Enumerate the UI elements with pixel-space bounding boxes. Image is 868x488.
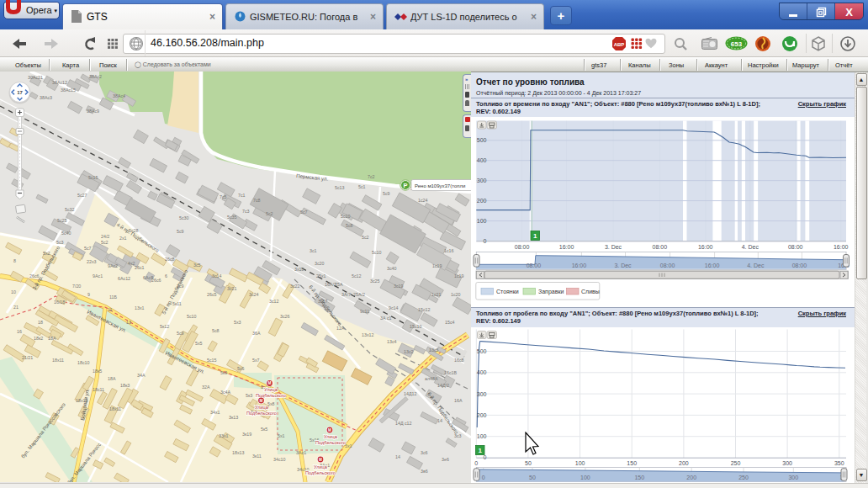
svg-text:15с12: 15с12 bbox=[418, 307, 430, 312]
svg-text:25х1: 25х1 bbox=[316, 273, 326, 278]
svg-text:M: M bbox=[328, 428, 331, 432]
svg-text:3с1: 3с1 bbox=[310, 248, 317, 253]
svg-text:5с8: 5с8 bbox=[346, 223, 353, 228]
svg-text:7с3: 7с3 bbox=[242, 209, 250, 214]
svg-text:5с13: 5с13 bbox=[335, 185, 345, 190]
svg-text:36А: 36А bbox=[252, 331, 261, 336]
svg-text:M: M bbox=[319, 458, 322, 462]
svg-text:3к11: 3к11 bbox=[252, 454, 262, 459]
svg-text:8: 8 bbox=[13, 258, 16, 263]
svg-text:Подбельского: Подбельского bbox=[315, 440, 346, 445]
svg-text:17: 17 bbox=[17, 90, 23, 95]
svg-text:18с10: 18с10 bbox=[77, 360, 89, 365]
svg-text:5х1: 5х1 bbox=[278, 433, 285, 438]
svg-text:5х5: 5х5 bbox=[195, 341, 203, 346]
svg-text:6Ас12: 6Ас12 bbox=[118, 276, 130, 281]
svg-text:14: 14 bbox=[437, 418, 442, 423]
svg-text:Подбельского: Подбельского bbox=[256, 393, 286, 398]
svg-text:0: 0 bbox=[482, 475, 485, 480]
svg-text:14: 14 bbox=[395, 454, 400, 459]
svg-text:3с6: 3с6 bbox=[421, 450, 428, 455]
svg-text:38Ас3: 38Ас3 bbox=[40, 95, 52, 100]
svg-text:3е6: 3е6 bbox=[442, 457, 449, 462]
svg-text:5с6: 5с6 bbox=[237, 366, 245, 371]
svg-text:500: 500 bbox=[477, 137, 487, 143]
svg-text:100: 100 bbox=[580, 475, 590, 480]
svg-text:2х1: 2х1 bbox=[119, 236, 127, 241]
svg-text:3А с1: 3А с1 bbox=[380, 316, 392, 321]
svg-text:3в6: 3в6 bbox=[421, 469, 428, 474]
svg-text:3с20: 3с20 bbox=[315, 261, 325, 266]
svg-text:08:00: 08:00 bbox=[527, 263, 542, 268]
svg-text:300: 300 bbox=[782, 460, 792, 466]
svg-text:Подбельского: Подбельского bbox=[305, 470, 336, 475]
svg-text:Подбельского: Подбельского bbox=[246, 411, 277, 416]
svg-text:38Ас9: 38Ас9 bbox=[87, 109, 99, 114]
svg-text:22х3: 22х3 bbox=[87, 259, 97, 264]
svg-text:Сливы: Сливы bbox=[581, 289, 600, 294]
svg-text:400: 400 bbox=[477, 157, 487, 163]
svg-text:5с12: 5с12 bbox=[352, 273, 362, 278]
svg-text:5с10: 5с10 bbox=[341, 214, 351, 219]
svg-text:08:00: 08:00 bbox=[660, 263, 675, 268]
svg-text:3с24: 3с24 bbox=[249, 292, 259, 297]
svg-text:38Ас15: 38Ас15 bbox=[61, 88, 76, 93]
svg-text:3с14: 3с14 bbox=[212, 273, 222, 278]
svg-text:1с19: 1с19 bbox=[432, 263, 442, 268]
svg-text:9Ас2: 9Ас2 bbox=[108, 263, 118, 268]
svg-text:26с5: 26с5 bbox=[207, 292, 217, 297]
svg-text:Улица: Улица bbox=[314, 464, 328, 469]
svg-text:5к3: 5к3 bbox=[246, 393, 252, 398]
svg-text:08:00: 08:00 bbox=[792, 263, 807, 268]
svg-text:1с19: 1с19 bbox=[454, 273, 464, 278]
svg-text:34х1: 34х1 bbox=[210, 410, 220, 415]
svg-text:13х12: 13х12 bbox=[362, 332, 373, 337]
svg-text:13: 13 bbox=[126, 320, 131, 325]
svg-text:Улица: Улица bbox=[255, 405, 269, 410]
svg-text:7с2: 7с2 bbox=[368, 174, 375, 179]
svg-text:ал48А: ал48А bbox=[425, 376, 438, 381]
svg-text:P: P bbox=[403, 182, 407, 189]
svg-text:50: 50 bbox=[529, 475, 536, 480]
svg-text:32А: 32А bbox=[202, 385, 210, 390]
svg-text:5с10: 5с10 bbox=[372, 250, 382, 255]
svg-text:5х1: 5х1 bbox=[345, 443, 352, 448]
svg-text:1с20: 1с20 bbox=[451, 292, 461, 297]
svg-text:1: 1 bbox=[533, 232, 537, 240]
svg-text:18к5: 18к5 bbox=[93, 369, 102, 374]
svg-text:5с9: 5с9 bbox=[383, 191, 390, 196]
svg-text:16:00: 16:00 bbox=[698, 244, 713, 250]
svg-text:25А/2: 25А/2 bbox=[353, 292, 365, 297]
svg-text:5с2: 5с2 bbox=[101, 240, 108, 245]
svg-text:100: 100 bbox=[477, 433, 487, 439]
svg-text:5с35: 5с35 bbox=[227, 215, 237, 220]
svg-text:1с24: 1с24 bbox=[418, 198, 428, 203]
svg-text:5с15: 5с15 bbox=[207, 358, 217, 363]
svg-text:11: 11 bbox=[108, 307, 113, 312]
svg-text:5с9: 5с9 bbox=[177, 331, 184, 336]
svg-text:10: 10 bbox=[11, 289, 16, 294]
svg-text:100: 100 bbox=[575, 460, 585, 466]
svg-text:3с21: 3с21 bbox=[227, 286, 237, 291]
svg-text:5с8: 5с8 bbox=[212, 328, 220, 333]
svg-text:200: 200 bbox=[477, 412, 487, 418]
svg-text:0: 0 bbox=[484, 454, 487, 460]
svg-text:9с11: 9с11 bbox=[360, 309, 369, 314]
svg-text:5х8: 5х8 bbox=[267, 401, 275, 406]
svg-text:1: 1 bbox=[478, 447, 482, 454]
svg-text:14Д с12: 14Д с12 bbox=[395, 421, 412, 426]
svg-text:7с5: 7с5 bbox=[220, 194, 227, 199]
svg-text:13с5: 13с5 bbox=[429, 347, 439, 353]
svg-text:9с14: 9с14 bbox=[389, 305, 399, 310]
svg-text:1с21: 1с21 bbox=[431, 292, 442, 297]
svg-text:3с40: 3с40 bbox=[387, 266, 397, 271]
svg-text:5с9: 5с9 bbox=[177, 229, 184, 234]
svg-text:200: 200 bbox=[477, 198, 487, 204]
svg-text:3. Dec: 3. Dec bbox=[605, 244, 622, 250]
svg-text:38Ас4: 38Ас4 bbox=[113, 93, 125, 98]
svg-text:1с16: 1с16 bbox=[444, 248, 454, 253]
svg-text:16:00: 16:00 bbox=[572, 263, 587, 268]
svg-text:5к9: 5к9 bbox=[220, 370, 227, 375]
svg-text:18А: 18А bbox=[108, 376, 116, 381]
svg-text:5с2: 5с2 bbox=[266, 211, 273, 216]
